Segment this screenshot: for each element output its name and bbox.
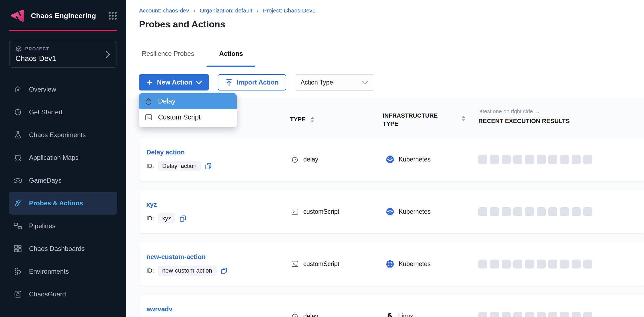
menu-item-delay[interactable]: Delay [139, 93, 237, 109]
stopwatch-icon [291, 312, 299, 317]
cell-type: customScript [291, 260, 386, 268]
lock-icon [14, 290, 22, 299]
table-row: xyz ID: xyz customScript Kubernetes [139, 190, 644, 233]
kubernetes-icon [386, 207, 394, 216]
breadcrumb-link-account[interactable]: Account: chaos-dev [139, 7, 189, 14]
pipeline-icon [14, 222, 22, 230]
execution-result-placeholder [537, 155, 546, 164]
project-selector[interactable]: PROJECT Chaos-Dev1 [9, 41, 117, 68]
sidebar-item-label: Chaos Experiments [29, 131, 86, 139]
execution-result-placeholder [548, 260, 557, 269]
execution-result-placeholder [513, 207, 522, 216]
main-content: Account: chaos-dev›Organization: default… [126, 0, 644, 317]
execution-result-placeholder [583, 260, 592, 269]
id-label: ID: [146, 163, 154, 170]
tabs: Resilience ProbesActions [126, 40, 644, 67]
menu-item-label: Delay [158, 97, 175, 105]
project-name: Chaos-Dev1 [15, 54, 111, 63]
sidebar-item-get-started[interactable]: Get Started [0, 101, 126, 124]
cell-name: new-custom-action ID: new-custom-action [139, 242, 291, 276]
cell-infrastructure: Kubernetes [386, 207, 478, 216]
sidebar-item-pipelines[interactable]: Pipelines [0, 215, 126, 237]
execution-result-placeholder [548, 312, 557, 317]
dashboard-icon [14, 244, 22, 253]
action-id-row: ID: Delay_action [146, 161, 291, 171]
breadcrumb-separator: › [257, 7, 259, 14]
action-id-row: ID: xyz [146, 213, 291, 224]
execution-result-placeholder [537, 260, 546, 269]
brand-row: Chaos Engineering [0, 0, 126, 23]
execution-result-placeholder [502, 312, 511, 317]
plus-icon [146, 79, 153, 86]
copy-icon[interactable] [179, 215, 186, 222]
menu-item-custom-script[interactable]: Custom Script [139, 109, 237, 125]
execution-result-placeholder [548, 155, 557, 164]
sidebar-item-probes-actions[interactable]: Probes & Actions [9, 192, 117, 215]
cell-recent-executions [478, 260, 644, 269]
execution-result-placeholder [560, 312, 569, 317]
actions-table: TYPE INFRASTRUCTURE TYPE latest one on r… [126, 98, 644, 317]
execution-result-placeholder [572, 207, 581, 216]
test-tube-icon [14, 199, 22, 208]
results-hint: latest one on right side → [478, 108, 540, 115]
table-row: Delay action ID: Delay_action delay Kube… [139, 138, 644, 181]
execution-result-placeholder [525, 260, 534, 269]
action-name-link[interactable]: xyz [146, 201, 157, 208]
infrastructure-value: Linux [398, 313, 413, 317]
app-grid-icon[interactable] [108, 11, 117, 20]
table-row: awrvadv delay Linux [139, 295, 644, 317]
flask-icon [14, 131, 22, 139]
sidebar-item-chaos-experiments[interactable]: Chaos Experiments [0, 124, 126, 146]
cell-type: customScript [291, 208, 386, 216]
sidebar-item-label: Chaos Dashboards [29, 245, 85, 253]
terminal-icon [291, 260, 299, 268]
sidebar-item-gamedays[interactable]: GameDays [0, 169, 126, 192]
sidebar-item-label: Environments [29, 268, 69, 275]
id-label: ID: [146, 215, 154, 222]
action-type-value: customScript [303, 208, 339, 215]
action-type-select[interactable]: Action Type [295, 74, 374, 90]
execution-result-placeholder [572, 155, 581, 164]
execution-result-placeholder [490, 207, 499, 216]
sidebar-item-chaos-dashboards[interactable]: Chaos Dashboards [0, 237, 126, 260]
execution-result-placeholder [537, 312, 546, 317]
sidebar-item-label: ChaosGuard [29, 290, 66, 298]
action-name-link[interactable]: awrvadv [146, 305, 172, 313]
terminal-icon [144, 113, 153, 121]
action-name-link[interactable]: Delay action [146, 148, 185, 156]
table-row: new-custom-action ID: new-custom-action … [139, 242, 644, 286]
sidebar-item-overview[interactable]: Overview [0, 78, 126, 101]
sidebar-item-chaosguard[interactable]: ChaosGuard [0, 283, 126, 306]
sidebar-item-environments[interactable]: Environments [0, 260, 126, 283]
project-label: PROJECT [25, 47, 50, 51]
column-header-type: TYPE [290, 116, 314, 123]
copy-icon[interactable] [220, 267, 228, 274]
execution-result-placeholder [502, 207, 511, 216]
new-action-button[interactable]: New Action [139, 74, 209, 90]
sort-icon[interactable] [462, 115, 465, 122]
cell-recent-executions [478, 207, 644, 216]
cell-type: delay [291, 155, 386, 163]
import-action-button[interactable]: Import Action [218, 74, 286, 90]
breadcrumb-separator: › [193, 7, 195, 14]
terminal-icon [291, 208, 299, 216]
execution-result-placeholder [560, 155, 569, 164]
execution-result-placeholder [502, 155, 511, 164]
action-type-value: delay [303, 156, 318, 163]
breadcrumb-link-organization[interactable]: Organization: default [200, 7, 252, 14]
execution-result-placeholder [490, 312, 499, 317]
tab-resilience-probes[interactable]: Resilience Probes [129, 40, 207, 67]
breadcrumb-link-project[interactable]: Project: Chaos-Dev1 [263, 7, 315, 14]
sidebar-nav: OverviewGet StartedChaos ExperimentsAppl… [0, 78, 126, 306]
sidebar-item-application-maps[interactable]: Application Maps [0, 146, 126, 169]
action-name-link[interactable]: new-custom-action [146, 253, 206, 261]
tab-actions[interactable]: Actions [207, 40, 255, 67]
execution-result-placeholder [583, 207, 592, 216]
execution-result-placeholder [560, 207, 569, 216]
infrastructure-value: Kubernetes [399, 260, 431, 268]
sidebar-item-label: GameDays [29, 177, 62, 184]
execution-result-placeholder [478, 155, 487, 164]
copy-icon[interactable] [205, 163, 212, 170]
infrastructure-value: Kubernetes [399, 156, 431, 163]
sort-icon[interactable] [310, 117, 314, 123]
